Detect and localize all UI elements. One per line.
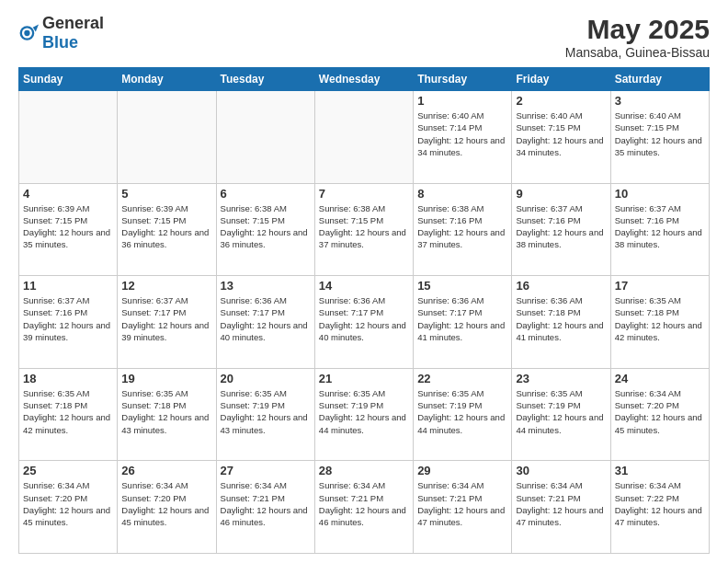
calendar-table: SundayMondayTuesdayWednesdayThursdayFrid… <box>18 67 710 554</box>
day-info: Sunrise: 6:34 AMSunset: 7:22 PMDaylight:… <box>615 479 705 528</box>
day-info: Sunrise: 6:40 AMSunset: 7:15 PMDaylight:… <box>516 109 606 158</box>
day-cell: 14Sunrise: 6:36 AMSunset: 7:17 PMDayligh… <box>314 276 413 369</box>
day-info: Sunrise: 6:35 AMSunset: 7:18 PMDaylight:… <box>615 294 705 343</box>
day-number: 12 <box>121 279 211 293</box>
day-info: Sunrise: 6:34 AMSunset: 7:21 PMDaylight:… <box>221 479 311 528</box>
weekday-header-friday: Friday <box>512 68 610 91</box>
day-number: 3 <box>615 94 705 108</box>
weekday-header-sunday: Sunday <box>19 68 118 91</box>
logo-blue: Blue <box>42 33 78 52</box>
day-number: 28 <box>319 464 409 477</box>
day-info: Sunrise: 6:35 AMSunset: 7:19 PMDaylight:… <box>516 387 606 436</box>
day-cell: 27Sunrise: 6:34 AMSunset: 7:21 PMDayligh… <box>216 461 314 554</box>
day-info: Sunrise: 6:38 AMSunset: 7:15 PMDaylight:… <box>221 202 311 251</box>
day-info: Sunrise: 6:37 AMSunset: 7:16 PMDaylight:… <box>23 294 113 343</box>
day-cell: 26Sunrise: 6:34 AMSunset: 7:20 PMDayligh… <box>118 461 216 554</box>
day-cell <box>216 91 314 184</box>
day-number: 8 <box>417 187 507 201</box>
day-cell: 25Sunrise: 6:34 AMSunset: 7:20 PMDayligh… <box>19 461 118 554</box>
day-number: 31 <box>615 464 705 477</box>
day-number: 29 <box>417 464 507 477</box>
day-info: Sunrise: 6:37 AMSunset: 7:17 PMDaylight:… <box>121 294 211 343</box>
day-number: 11 <box>23 279 113 293</box>
day-info: Sunrise: 6:35 AMSunset: 7:18 PMDaylight:… <box>121 387 211 436</box>
day-cell: 28Sunrise: 6:34 AMSunset: 7:21 PMDayligh… <box>314 461 413 554</box>
day-cell: 30Sunrise: 6:34 AMSunset: 7:21 PMDayligh… <box>512 461 610 554</box>
day-number: 22 <box>417 372 507 385</box>
weekday-header-wednesday: Wednesday <box>314 68 413 91</box>
day-number: 17 <box>615 279 705 293</box>
week-row-3: 18Sunrise: 6:35 AMSunset: 7:18 PMDayligh… <box>19 368 710 461</box>
day-cell: 24Sunrise: 6:34 AMSunset: 7:20 PMDayligh… <box>610 368 709 461</box>
day-cell: 22Sunrise: 6:35 AMSunset: 7:19 PMDayligh… <box>414 368 512 461</box>
day-info: Sunrise: 6:35 AMSunset: 7:19 PMDaylight:… <box>221 387 311 436</box>
week-row-2: 11Sunrise: 6:37 AMSunset: 7:16 PMDayligh… <box>19 276 710 369</box>
day-cell: 6Sunrise: 6:38 AMSunset: 7:15 PMDaylight… <box>216 183 314 276</box>
day-number: 26 <box>121 464 211 477</box>
day-cell: 31Sunrise: 6:34 AMSunset: 7:22 PMDayligh… <box>610 461 709 554</box>
day-number: 9 <box>516 187 606 201</box>
day-cell: 19Sunrise: 6:35 AMSunset: 7:18 PMDayligh… <box>118 368 216 461</box>
day-info: Sunrise: 6:38 AMSunset: 7:15 PMDaylight:… <box>319 202 409 251</box>
day-cell: 8Sunrise: 6:38 AMSunset: 7:16 PMDaylight… <box>414 183 512 276</box>
day-cell: 9Sunrise: 6:37 AMSunset: 7:16 PMDaylight… <box>512 183 610 276</box>
day-info: Sunrise: 6:40 AMSunset: 7:15 PMDaylight:… <box>615 109 705 158</box>
day-number: 19 <box>121 372 211 385</box>
week-row-1: 4Sunrise: 6:39 AMSunset: 7:15 PMDaylight… <box>19 183 710 276</box>
day-cell: 7Sunrise: 6:38 AMSunset: 7:15 PMDaylight… <box>314 183 413 276</box>
day-number: 24 <box>615 372 705 385</box>
day-info: Sunrise: 6:39 AMSunset: 7:15 PMDaylight:… <box>121 202 211 251</box>
day-number: 6 <box>221 187 311 201</box>
weekday-header-tuesday: Tuesday <box>216 68 314 91</box>
day-info: Sunrise: 6:34 AMSunset: 7:20 PMDaylight:… <box>23 479 113 528</box>
header: General Blue May 2025 Mansaba, Guinea-Bi… <box>18 14 710 60</box>
day-cell <box>314 91 413 184</box>
svg-point-2 <box>24 30 29 36</box>
month-title: May 2025 <box>565 14 710 45</box>
day-info: Sunrise: 6:35 AMSunset: 7:19 PMDaylight:… <box>417 387 507 436</box>
day-cell <box>118 91 216 184</box>
day-number: 7 <box>319 187 409 201</box>
day-number: 16 <box>516 279 606 293</box>
week-row-4: 25Sunrise: 6:34 AMSunset: 7:20 PMDayligh… <box>19 461 710 554</box>
weekday-header-saturday: Saturday <box>610 68 709 91</box>
logo-icon <box>18 23 39 43</box>
day-cell: 15Sunrise: 6:36 AMSunset: 7:17 PMDayligh… <box>414 276 512 369</box>
day-info: Sunrise: 6:37 AMSunset: 7:16 PMDaylight:… <box>516 202 606 251</box>
day-cell: 10Sunrise: 6:37 AMSunset: 7:16 PMDayligh… <box>610 183 709 276</box>
weekday-header-thursday: Thursday <box>414 68 512 91</box>
logo-general: General <box>42 14 104 32</box>
day-cell: 20Sunrise: 6:35 AMSunset: 7:19 PMDayligh… <box>216 368 314 461</box>
day-info: Sunrise: 6:40 AMSunset: 7:14 PMDaylight:… <box>417 109 507 158</box>
day-cell: 23Sunrise: 6:35 AMSunset: 7:19 PMDayligh… <box>512 368 610 461</box>
day-number: 23 <box>516 372 606 385</box>
day-info: Sunrise: 6:34 AMSunset: 7:21 PMDaylight:… <box>319 479 409 528</box>
day-number: 13 <box>221 279 311 293</box>
day-number: 25 <box>23 464 113 477</box>
day-cell: 2Sunrise: 6:40 AMSunset: 7:15 PMDaylight… <box>512 91 610 184</box>
day-info: Sunrise: 6:39 AMSunset: 7:15 PMDaylight:… <box>23 202 113 251</box>
day-number: 18 <box>23 372 113 385</box>
day-cell: 5Sunrise: 6:39 AMSunset: 7:15 PMDaylight… <box>118 183 216 276</box>
day-cell <box>19 91 118 184</box>
day-info: Sunrise: 6:34 AMSunset: 7:21 PMDaylight:… <box>417 479 507 528</box>
weekday-header-monday: Monday <box>118 68 216 91</box>
day-cell: 12Sunrise: 6:37 AMSunset: 7:17 PMDayligh… <box>118 276 216 369</box>
weekday-header-row: SundayMondayTuesdayWednesdayThursdayFrid… <box>19 68 710 91</box>
day-info: Sunrise: 6:35 AMSunset: 7:18 PMDaylight:… <box>23 387 113 436</box>
day-cell: 4Sunrise: 6:39 AMSunset: 7:15 PMDaylight… <box>19 183 118 276</box>
day-cell: 21Sunrise: 6:35 AMSunset: 7:19 PMDayligh… <box>314 368 413 461</box>
day-number: 5 <box>121 187 211 201</box>
day-number: 2 <box>516 94 606 108</box>
day-cell: 17Sunrise: 6:35 AMSunset: 7:18 PMDayligh… <box>610 276 709 369</box>
week-row-0: 1Sunrise: 6:40 AMSunset: 7:14 PMDaylight… <box>19 91 710 184</box>
day-info: Sunrise: 6:36 AMSunset: 7:18 PMDaylight:… <box>516 294 606 343</box>
day-cell: 1Sunrise: 6:40 AMSunset: 7:14 PMDaylight… <box>414 91 512 184</box>
day-info: Sunrise: 6:36 AMSunset: 7:17 PMDaylight:… <box>319 294 409 343</box>
day-info: Sunrise: 6:36 AMSunset: 7:17 PMDaylight:… <box>221 294 311 343</box>
day-info: Sunrise: 6:34 AMSunset: 7:21 PMDaylight:… <box>516 479 606 528</box>
day-number: 4 <box>23 187 113 201</box>
day-cell: 13Sunrise: 6:36 AMSunset: 7:17 PMDayligh… <box>216 276 314 369</box>
day-number: 14 <box>319 279 409 293</box>
logo: General Blue <box>18 14 104 52</box>
